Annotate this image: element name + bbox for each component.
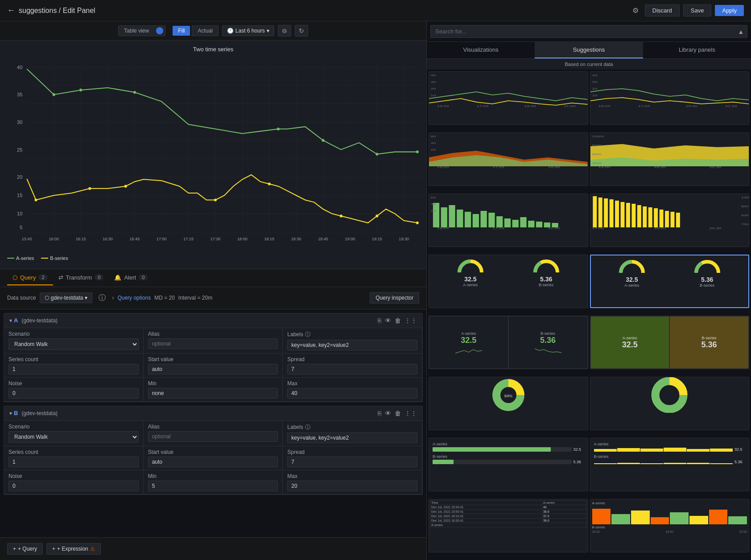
- query-b-labels-cell: Labels ⓘ: [283, 421, 422, 446]
- query-b-min-input[interactable]: [148, 481, 278, 491]
- suggestion-card-2[interactable]: 40302010 16:0317:0319:0021:00: [590, 71, 750, 125]
- query-a-copy[interactable]: ⎘: [378, 317, 381, 324]
- tab-visualizations[interactable]: Visualizations: [427, 42, 535, 58]
- svg-rect-123: [593, 196, 597, 227]
- query-a-min-input[interactable]: [148, 388, 278, 399]
- query-b-spread-input[interactable]: [287, 457, 417, 467]
- query-b-max-input[interactable]: [287, 481, 417, 491]
- query-a-labels-input[interactable]: [287, 340, 417, 350]
- suggestion-card-12[interactable]: [590, 377, 750, 430]
- svg-text:15:45: 15:45: [22, 237, 32, 241]
- svg-text:16:45: 16:45: [130, 237, 140, 241]
- query-a-collapse[interactable]: ▾: [9, 317, 12, 324]
- query-a-spread-input[interactable]: [287, 364, 417, 375]
- search-input[interactable]: [430, 25, 747, 38]
- tab-library-panels[interactable]: Library panels: [643, 42, 751, 58]
- query-a-eye[interactable]: 👁: [385, 317, 391, 324]
- query-b-delete[interactable]: 🗑: [395, 410, 401, 417]
- b-series-count-label: Series count: [8, 449, 139, 455]
- zoom-out-button[interactable]: ⊖: [278, 25, 291, 37]
- query-b-collapse[interactable]: ▾: [9, 410, 12, 416]
- tab-query[interactable]: ⬡ Query 2: [7, 271, 53, 285]
- actual-button[interactable]: Actual: [192, 25, 218, 36]
- svg-rect-130: [631, 204, 635, 227]
- datasource-select[interactable]: ⬡ gdev-testdata ▾: [40, 292, 93, 303]
- back-button[interactable]: ←: [7, 6, 15, 15]
- query-a-max-input[interactable]: [287, 388, 417, 399]
- b-min-label: Min: [148, 473, 278, 479]
- card16-bars: [592, 507, 747, 524]
- chevron-down-icon: ▾: [85, 295, 87, 301]
- svg-text:19:03: 19:03: [437, 226, 449, 230]
- refresh-button[interactable]: ↻: [295, 25, 308, 37]
- query-inspector-button[interactable]: Query inspector: [370, 292, 419, 304]
- suggestion-card-13[interactable]: A-series 32.5 B-series: [429, 438, 588, 491]
- query-b-drag[interactable]: ⋮⋮: [404, 410, 417, 417]
- svg-text:40: 40: [431, 141, 436, 144]
- query-a-scenario-select[interactable]: Random Walk: [8, 338, 139, 350]
- suggestion-card-8[interactable]: 32.5 A-series 5.36 B-series: [590, 255, 750, 308]
- suggestion-card-1[interactable]: 40302010 19:0317:0319:0021:00: [429, 71, 588, 125]
- suggestion-card-9[interactable]: A-series 32.5 B-series 5.36: [429, 316, 588, 369]
- svg-text:40: 40: [17, 65, 22, 70]
- gauge-b: 5.36 B-series: [533, 259, 560, 287]
- topbar: ← suggestions / Edit Panel ⚙ Discard Sav…: [0, 0, 751, 21]
- tab-transform[interactable]: ⇄ Transform 0: [53, 271, 109, 285]
- datasource-info-button[interactable]: ⓘ: [96, 291, 108, 305]
- tab-suggestions[interactable]: Suggestions: [535, 42, 643, 58]
- suggestion-card-6[interactable]: 14:0018:0020:30 100%80%60%70%: [590, 194, 750, 247]
- apply-button[interactable]: Apply: [715, 5, 744, 16]
- suggestion-card-5[interactable]: 604020 19:0317:0321:00: [429, 194, 588, 247]
- suggestion-card-3[interactable]: 604020 19:0317:0319:00: [429, 132, 588, 186]
- add-expression-button[interactable]: + + Expression ⚠: [46, 543, 101, 555]
- svg-text:60%: 60%: [592, 152, 602, 156]
- fill-button[interactable]: Fill: [173, 26, 190, 36]
- suggestion-card-7[interactable]: 32.5 A-series 5.36 B-series: [429, 255, 588, 308]
- table-view-button[interactable]: Table view: [119, 26, 154, 36]
- hbar2-b-wrap: 5.36: [594, 460, 746, 464]
- query-b-scenario-select[interactable]: Random Walk: [8, 431, 139, 443]
- query-b-alias-input[interactable]: [148, 431, 278, 442]
- query-b-start-value-input[interactable]: [148, 457, 278, 467]
- svg-text:19:00: 19:00: [685, 104, 697, 107]
- svg-text:18:15: 18:15: [264, 237, 274, 241]
- query-a-delete[interactable]: 🗑: [395, 317, 401, 324]
- card-1-viz: 40302010 19:0317:0319:0021:00: [429, 72, 588, 107]
- hbar-a-track: [433, 447, 572, 452]
- query-a-alias-input[interactable]: [148, 338, 278, 349]
- suggestion-card-4[interactable]: 100%80%60%40% 14:0018:0020:30: [590, 132, 750, 186]
- svg-rect-110: [512, 220, 519, 227]
- query-b-series-count-input[interactable]: [8, 457, 139, 467]
- save-button[interactable]: Save: [683, 4, 712, 16]
- query-b-labels-input[interactable]: [287, 432, 417, 443]
- card16-label: A-series: [592, 501, 747, 505]
- query-tabs: ⬡ Query 2 ⇄ Transform 0 🔔 Alert 0: [0, 269, 426, 287]
- suggestion-card-15[interactable]: Time A-series Dec 1st, 2021 15:30:4140 D…: [429, 499, 588, 552]
- suggestion-card-11[interactable]: 84%: [429, 377, 588, 430]
- suggestion-card-10[interactable]: A-series 32.5 B-series 5.36: [590, 316, 750, 369]
- query-b-copy[interactable]: ⎘: [378, 410, 381, 417]
- suggestion-card-16[interactable]: A-series B-series 16:0018:0020:00: [590, 499, 750, 552]
- settings-button[interactable]: ⚙: [630, 4, 641, 17]
- search-toggle-button[interactable]: ▲: [738, 28, 744, 35]
- svg-rect-62: [429, 72, 588, 107]
- query-b-eye[interactable]: 👁: [385, 410, 391, 417]
- svg-rect-100: [433, 203, 439, 227]
- hbar-b-row: B-series 5.36: [433, 454, 584, 464]
- query-options-button[interactable]: Query options: [117, 295, 151, 301]
- hbar-cell: [728, 516, 747, 524]
- query-a-noise-input[interactable]: [8, 388, 139, 399]
- svg-text:20: 20: [431, 209, 436, 212]
- hbar2-b-label: B-series: [594, 454, 746, 459]
- time-range-button[interactable]: 🕐 Last 6 hours ▾: [222, 25, 274, 36]
- query-b-noise-input[interactable]: [8, 481, 139, 491]
- add-query-button[interactable]: + + Query: [7, 543, 43, 555]
- card16-label-b: B-series: [592, 525, 747, 529]
- suggestion-card-14[interactable]: A-series 32.5: [590, 438, 750, 491]
- discard-button[interactable]: Discard: [645, 4, 680, 16]
- query-a-series-count-input[interactable]: [8, 364, 139, 375]
- query-a-start-value-input[interactable]: [148, 364, 278, 375]
- tab-alert[interactable]: 🔔 Alert 0: [109, 271, 153, 285]
- query-a-drag[interactable]: ⋮⋮: [404, 317, 417, 324]
- table-view-toggle[interactable]: Table view: [118, 25, 165, 36]
